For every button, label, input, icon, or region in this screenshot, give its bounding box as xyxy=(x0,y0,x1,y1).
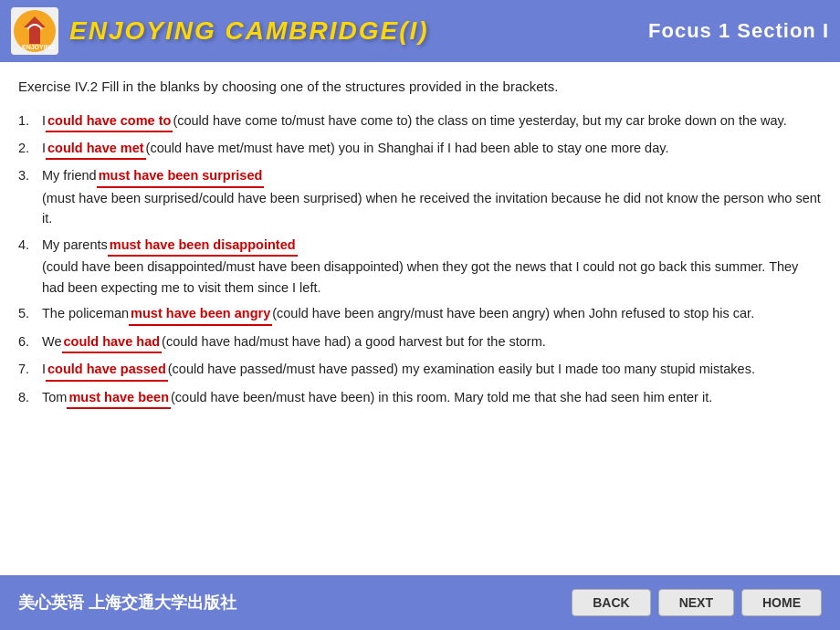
item-prefix-4: My parents xyxy=(42,235,108,255)
list-item: My friend must have been surprised (must… xyxy=(18,165,822,228)
answer-8: must have been xyxy=(67,387,171,409)
header-left: ENJOYING ENJOYING CAMBRIDGE(I) xyxy=(11,7,429,55)
svg-text:ENJOYING: ENJOYING xyxy=(22,44,56,50)
footer-buttons: BACK NEXT HOME xyxy=(572,589,822,616)
list-item: We could have had (could have had/must h… xyxy=(18,331,822,353)
item-text-3: (must have been surprised/could have bee… xyxy=(42,188,822,229)
list-item: I could have come to (could have come to… xyxy=(18,110,822,132)
answer-3: must have been surprised xyxy=(97,165,265,187)
home-button[interactable]: HOME xyxy=(741,589,822,616)
item-text-4: (could have been disappointed/must have … xyxy=(42,257,822,298)
app-title: ENJOYING CAMBRIDGE(I) xyxy=(69,16,429,46)
next-button[interactable]: NEXT xyxy=(658,589,734,616)
item-text-6: (could have had/must have had) a good ha… xyxy=(162,331,546,352)
item-text-1: (could have come to/must have come to) t… xyxy=(173,110,786,131)
item-text-2: (could have met/must have met) you in Sh… xyxy=(146,138,669,158)
exercise-list: I could have come to (could have come to… xyxy=(18,110,822,410)
answer-7: could have passed xyxy=(46,359,168,381)
footer-brand: 美心英语 上海交通大学出版社 xyxy=(18,592,236,614)
answer-2: could have met xyxy=(46,138,146,160)
item-text-7: (could have passed/must have passed) my … xyxy=(168,359,755,379)
answer-4: must have been disappointed xyxy=(108,235,298,257)
focus-section: Focus 1 Section I xyxy=(648,19,829,43)
item-prefix-5: The policeman xyxy=(42,303,129,323)
item-prefix-6: We xyxy=(42,331,62,352)
list-item: My parents must have been disappointed (… xyxy=(18,235,822,298)
logo: ENJOYING xyxy=(11,7,58,55)
item-prefix-3: My friend xyxy=(42,165,97,185)
list-item: The policeman must have been angry (coul… xyxy=(18,303,822,325)
item-prefix-8: Tom xyxy=(42,387,67,407)
item-text-8: (could have been/must have been) in this… xyxy=(171,387,712,407)
main-content: Exercise IV.2 Fill in the blanks by choo… xyxy=(0,62,840,575)
answer-6: could have had xyxy=(62,331,163,353)
list-item: Tom must have been (could have been/must… xyxy=(18,387,822,409)
header: ENJOYING ENJOYING CAMBRIDGE(I) Focus 1 S… xyxy=(0,0,840,62)
answer-5: must have been angry xyxy=(129,303,272,325)
exercise-instruction: Exercise IV.2 Fill in the blanks by choo… xyxy=(18,77,822,98)
back-button[interactable]: BACK xyxy=(572,589,650,616)
answer-1: could have come to xyxy=(46,110,173,132)
list-item: I could have passed (could have passed/m… xyxy=(18,359,822,381)
footer: 美心英语 上海交通大学出版社 BACK NEXT HOME xyxy=(0,575,840,630)
item-text-5: (could have been angry/must have been an… xyxy=(272,303,754,323)
list-item: I could have met (could have met/must ha… xyxy=(18,138,822,160)
